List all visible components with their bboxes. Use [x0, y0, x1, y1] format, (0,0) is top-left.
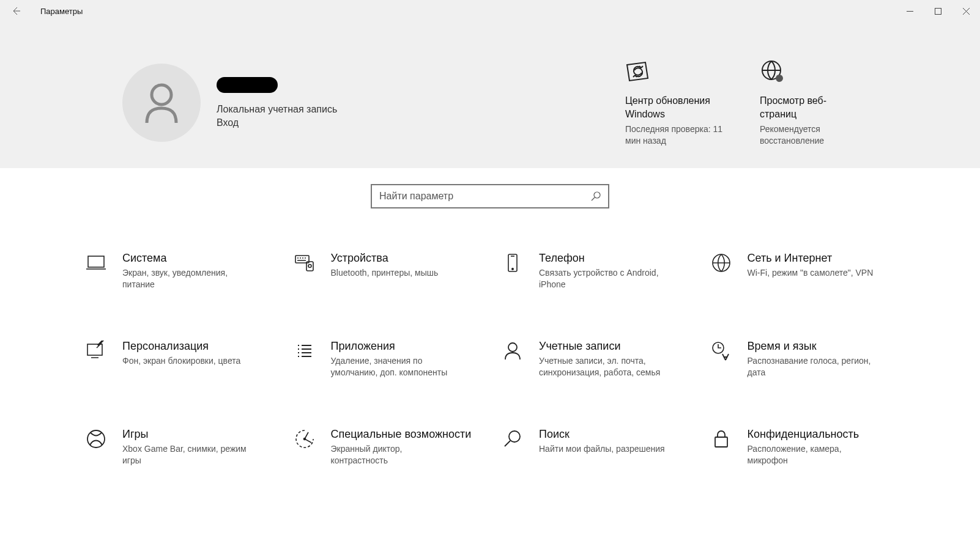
svg-point-3 [776, 75, 783, 82]
tile-desc: Распознавание голоса, регион, дата [748, 355, 876, 378]
tile-title: Приложения [331, 339, 459, 353]
devices-icon [294, 251, 319, 290]
search-input[interactable] [379, 191, 591, 202]
person-icon [143, 81, 180, 124]
tile-system[interactable]: Система Экран, звук, уведомления, питани… [86, 251, 270, 290]
tile-desc: Найти мои файлы, разрешения [539, 443, 665, 455]
accessibility-icon [294, 427, 319, 466]
tile-desc: Расположение, камера, микрофон [748, 443, 876, 466]
svg-point-8 [308, 265, 311, 268]
tile-network[interactable]: Сеть и Интернет Wi-Fi, режим "в самолете… [711, 251, 895, 290]
tile-title: Телефон [539, 251, 667, 265]
tile-desc: Экранный диктор, контрастность [331, 443, 459, 466]
card-subtitle: Последняя проверка: 11 мин назад [625, 123, 723, 147]
tile-gaming[interactable]: Игры Xbox Game Bar, снимки, режим игры [86, 427, 270, 466]
globe-warning-icon [760, 59, 858, 88]
tile-title: Сеть и Интернет [748, 251, 874, 265]
maximize-icon [935, 8, 941, 15]
tile-desc: Bluetooth, принтеры, мышь [331, 267, 439, 279]
tile-title: Система [122, 251, 251, 265]
avatar[interactable] [122, 64, 201, 142]
tile-title: Устройства [331, 251, 439, 265]
tile-accessibility[interactable]: Специальные возможности Экранный диктор,… [294, 427, 478, 466]
titlebar: Параметры [0, 0, 980, 22]
tile-desc: Учетные записи, эл. почта, синхронизация… [539, 355, 667, 378]
account-type: Локальная учетная запись [217, 104, 337, 115]
svg-point-4 [594, 192, 600, 198]
personalization-icon [86, 339, 110, 378]
svg-point-13 [508, 343, 517, 352]
account-block: Локальная учетная запись Вход [122, 59, 337, 147]
tile-title: Учетные записи [539, 339, 667, 353]
tile-devices[interactable]: Устройства Bluetooth, принтеры, мышь [294, 251, 478, 290]
close-icon [963, 8, 970, 15]
svg-point-10 [512, 268, 513, 270]
update-icon [625, 59, 723, 88]
lock-icon [711, 427, 735, 466]
tile-phone[interactable]: Телефон Связать устройство с Android, iP… [502, 251, 686, 290]
settings-grid: Система Экран, звук, уведомления, питани… [86, 251, 894, 466]
account-name-redacted [217, 77, 278, 93]
accounts-icon [502, 339, 527, 378]
tile-personalization[interactable]: Персонализация Фон, экран блокировки, цв… [86, 339, 270, 378]
tile-search[interactable]: Поиск Найти мои файлы, разрешения [502, 427, 686, 466]
tile-desc: Связать устройство с Android, iPhone [539, 267, 667, 290]
status-cards: Центр обновления Windows Последняя прове… [625, 59, 858, 147]
time-language-icon [711, 339, 735, 378]
tile-title: Специальные возможности [331, 427, 472, 441]
window-title: Параметры [40, 7, 83, 16]
arrow-left-icon [11, 6, 21, 16]
svg-point-16 [303, 438, 305, 440]
tile-time-language[interactable]: Время и язык Распознавание голоса, регио… [711, 339, 895, 378]
tile-desc: Wi-Fi, режим "в самолете", VPN [748, 267, 874, 279]
web-browsing-card[interactable]: Просмотр веб-страниц Рекомендуется восст… [760, 59, 858, 147]
list-icon [294, 339, 319, 378]
svg-point-1 [152, 85, 171, 105]
tile-desc: Экран, звук, уведомления, питание [122, 267, 251, 290]
tile-title: Персонализация [122, 339, 240, 353]
tile-title: Игры [122, 427, 251, 441]
sign-in-link[interactable]: Вход [217, 117, 337, 128]
minimize-button[interactable] [896, 0, 924, 22]
minimize-icon [907, 8, 913, 15]
tile-desc: Удаление, значения по умолчанию, доп. ко… [331, 355, 459, 378]
settings-grid-wrap: Система Экран, звук, уведомления, питани… [0, 227, 980, 466]
svg-rect-5 [88, 256, 104, 267]
laptop-icon [86, 251, 110, 290]
tile-accounts[interactable]: Учетные записи Учетные записи, эл. почта… [502, 339, 686, 378]
windows-update-card[interactable]: Центр обновления Windows Последняя прове… [625, 59, 723, 147]
magnifier-icon [502, 427, 527, 466]
tile-desc: Фон, экран блокировки, цвета [122, 355, 240, 367]
back-button[interactable] [0, 0, 32, 22]
header: Локальная учетная запись Вход Центр обно… [0, 22, 980, 168]
search-wrap [0, 168, 980, 227]
account-text: Локальная учетная запись Вход [217, 77, 337, 128]
card-title: Центр обновления Windows [625, 94, 723, 121]
globe-icon [711, 251, 735, 290]
close-button[interactable] [952, 0, 980, 22]
search-box[interactable] [371, 184, 609, 208]
search-icon [591, 191, 601, 201]
tile-desc: Xbox Game Bar, снимки, режим игры [122, 443, 251, 466]
card-title: Просмотр веб-страниц [760, 94, 858, 121]
maximize-button[interactable] [924, 0, 952, 22]
phone-icon [502, 251, 527, 290]
tile-title: Поиск [539, 427, 665, 441]
tile-apps[interactable]: Приложения Удаление, значения по умолчан… [294, 339, 478, 378]
tile-title: Время и язык [748, 339, 876, 353]
svg-rect-12 [87, 344, 102, 355]
window-controls [896, 0, 980, 22]
card-subtitle: Рекомендуется восстановление [760, 123, 858, 147]
tile-privacy[interactable]: Конфиденциальность Расположение, камера,… [711, 427, 895, 466]
svg-rect-18 [715, 437, 727, 447]
svg-point-17 [509, 431, 520, 442]
svg-rect-0 [935, 8, 941, 14]
xbox-icon [86, 427, 110, 466]
tile-title: Конфиденциальность [748, 427, 876, 441]
